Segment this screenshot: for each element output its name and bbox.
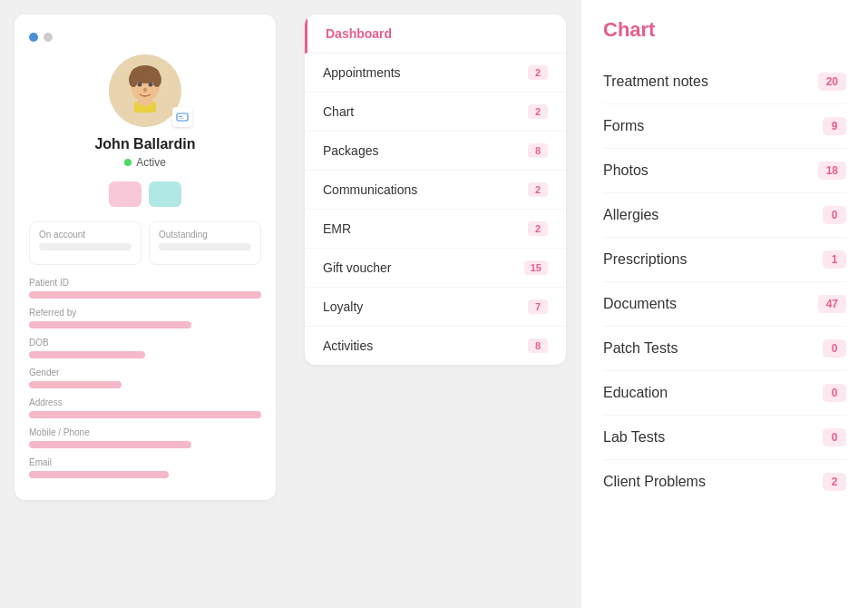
left-panel: John Ballardin Active On account Outstan… (0, 0, 290, 608)
right-item-label: Documents (603, 296, 677, 312)
outstanding-bar (159, 243, 251, 250)
right-item-documents[interactable]: Documents47 (603, 282, 846, 327)
svg-point-3 (129, 73, 138, 87)
button-2[interactable] (149, 181, 181, 207)
badge-icon (172, 107, 192, 127)
referred-by-bar (29, 321, 191, 329)
menu-badge: 8 (528, 338, 548, 353)
referred-by-field: Referred by (29, 308, 261, 329)
right-item-label: Patch Tests (603, 340, 678, 357)
menu-item-dashboard[interactable]: Dashboard (305, 15, 566, 54)
dob-bar (29, 351, 145, 358)
right-item-badge: 0 (823, 428, 846, 446)
menu-label: Activities (323, 338, 373, 353)
mobile-label: Mobile / Phone (29, 427, 261, 437)
mobile-field: Mobile / Phone (29, 427, 261, 448)
right-item-label: Photos (603, 162, 649, 179)
menu-label: Dashboard (326, 26, 392, 41)
referred-by-label: Referred by (29, 308, 261, 318)
right-panel: Chart Treatment notes20Forms9Photos18All… (580, 0, 868, 608)
right-item-badge: 1 (823, 250, 846, 269)
button-1[interactable] (109, 181, 141, 207)
svg-point-9 (138, 97, 152, 106)
status-row: Active (29, 156, 261, 169)
menu-item-chart[interactable]: Chart2 (305, 93, 566, 132)
address-label: Address (29, 397, 261, 407)
menu-item-appointments[interactable]: Appointments2 (305, 54, 566, 93)
right-item-photos[interactable]: Photos18 (603, 149, 846, 193)
menu-label: Chart (323, 104, 354, 119)
dob-label: DOB (29, 338, 261, 348)
right-list: Treatment notes20Forms9Photos18Allergies… (603, 60, 846, 504)
on-account-bar (39, 243, 132, 250)
action-buttons (29, 181, 261, 207)
menu-label: Packages (323, 143, 378, 158)
patient-id-field: Patient ID (29, 278, 261, 299)
gender-label: Gender (29, 368, 261, 378)
right-title: Chart (603, 18, 846, 42)
right-item-badge: 2 (823, 473, 846, 491)
menu-badge: 2 (528, 65, 548, 80)
menu-item-gift-voucher[interactable]: Gift voucher15 (305, 249, 566, 288)
menu-item-emr[interactable]: EMR2 (305, 210, 566, 249)
avatar-wrap (29, 54, 261, 127)
status-indicator (124, 159, 132, 166)
right-item-label: Education (603, 385, 668, 401)
right-item-patch-tests[interactable]: Patch Tests0 (603, 327, 846, 371)
dot-inactive (44, 33, 53, 42)
mobile-bar (29, 441, 191, 448)
right-item-allergies[interactable]: Allergies0 (603, 193, 846, 238)
right-item-lab-tests[interactable]: Lab Tests0 (603, 416, 846, 460)
patient-id-label: Patient ID (29, 278, 261, 288)
address-field: Address (29, 397, 261, 418)
right-item-label: Lab Tests (603, 429, 665, 446)
outstanding-label: Outstanding (159, 230, 251, 240)
svg-rect-12 (179, 118, 184, 119)
menu-badge: 7 (528, 299, 548, 314)
on-account-label: On account (39, 230, 132, 240)
svg-rect-10 (177, 113, 188, 121)
menu-label: Gift voucher (323, 260, 391, 275)
menu-item-communications[interactable]: Communications2 (305, 171, 566, 210)
right-item-badge: 18 (818, 162, 846, 180)
on-account-box: On account (29, 221, 141, 265)
menu-label: Communications (323, 182, 417, 197)
fields: Patient ID Referred by DOB Gender Addres… (29, 278, 261, 478)
right-item-treatment-notes[interactable]: Treatment notes20 (603, 60, 846, 104)
right-item-badge: 20 (818, 73, 846, 91)
outstanding-box: Outstanding (149, 221, 261, 265)
right-item-badge: 0 (823, 339, 846, 358)
email-bar (29, 471, 169, 478)
menu-item-activities[interactable]: Activities8 (305, 327, 566, 365)
address-bar (29, 411, 261, 418)
right-item-forms[interactable]: Forms9 (603, 104, 846, 149)
right-item-client-problems[interactable]: Client Problems2 (603, 460, 846, 504)
dob-field: DOB (29, 338, 261, 358)
right-item-education[interactable]: Education0 (603, 371, 846, 416)
dot-active (29, 33, 38, 42)
right-item-label: Prescriptions (603, 251, 687, 268)
menu-badge: 2 (528, 221, 548, 236)
avatar-image (109, 54, 181, 127)
svg-point-4 (152, 73, 161, 87)
right-item-badge: 0 (823, 206, 846, 224)
middle-panel: DashboardAppointments2Chart2Packages8Com… (290, 0, 580, 608)
menu-label: Appointments (323, 65, 401, 80)
svg-point-7 (143, 88, 147, 93)
right-item-label: Allergies (603, 207, 658, 223)
svg-point-6 (149, 83, 153, 87)
menu-card: DashboardAppointments2Chart2Packages8Com… (305, 15, 566, 365)
right-item-badge: 0 (823, 384, 846, 402)
menu-label: Loyalty (323, 299, 363, 314)
right-item-label: Treatment notes (603, 74, 708, 90)
patient-id-bar (29, 291, 261, 299)
right-item-prescriptions[interactable]: Prescriptions1 (603, 238, 846, 282)
email-field: Email (29, 457, 261, 478)
menu-item-packages[interactable]: Packages8 (305, 132, 566, 171)
menu-badge: 8 (528, 143, 548, 158)
menu-badge: 2 (528, 104, 548, 119)
right-item-label: Client Problems (603, 474, 706, 490)
menu-badge: 2 (528, 182, 548, 197)
right-item-badge: 47 (818, 295, 846, 313)
menu-item-loyalty[interactable]: Loyalty7 (305, 288, 566, 327)
